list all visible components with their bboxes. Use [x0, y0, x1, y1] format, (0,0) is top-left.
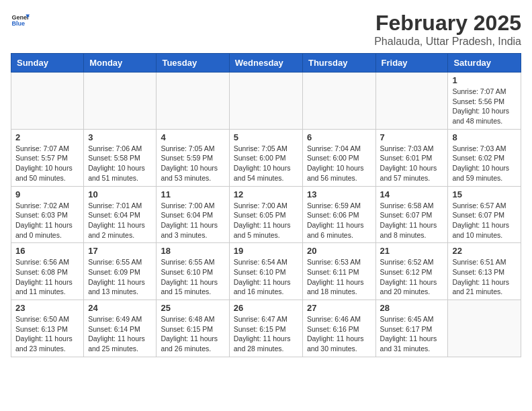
- location-title: Phalauda, Uttar Pradesh, India: [374, 36, 521, 48]
- day-info: Sunrise: 7:05 AMSunset: 6:00 PMDaylight:…: [234, 144, 298, 183]
- day-info: Sunrise: 7:00 AMSunset: 6:05 PMDaylight:…: [234, 201, 298, 240]
- day-number: 1: [452, 75, 517, 85]
- day-number: 14: [380, 189, 444, 199]
- day-number: 5: [234, 132, 298, 142]
- day-info: Sunrise: 7:01 AMSunset: 6:04 PMDaylight:…: [88, 201, 152, 240]
- weekday-header-monday: Monday: [84, 54, 157, 73]
- calendar-cell: [448, 300, 521, 357]
- day-number: 10: [88, 189, 152, 199]
- day-info: Sunrise: 6:59 AMSunset: 6:06 PMDaylight:…: [307, 201, 371, 240]
- month-title: February 2025: [374, 11, 521, 36]
- day-info: Sunrise: 7:03 AMSunset: 6:01 PMDaylight:…: [380, 144, 444, 183]
- day-info: Sunrise: 6:48 AMSunset: 6:15 PMDaylight:…: [161, 314, 224, 354]
- day-info: Sunrise: 6:45 AMSunset: 6:17 PMDaylight:…: [380, 314, 444, 354]
- day-number: 11: [161, 189, 224, 199]
- day-number: 24: [88, 303, 152, 313]
- day-number: 22: [452, 246, 517, 256]
- calendar-cell: [11, 73, 84, 130]
- day-info: Sunrise: 6:46 AMSunset: 6:16 PMDaylight:…: [307, 314, 371, 354]
- calendar-cell: 4Sunrise: 7:05 AMSunset: 5:59 PMDaylight…: [157, 129, 229, 186]
- calendar-cell: [84, 73, 157, 130]
- day-info: Sunrise: 6:53 AMSunset: 6:11 PMDaylight:…: [307, 257, 371, 297]
- calendar-week-1: 1Sunrise: 7:07 AMSunset: 5:56 PMDaylight…: [11, 73, 521, 130]
- day-info: Sunrise: 6:58 AMSunset: 6:07 PMDaylight:…: [380, 201, 444, 240]
- calendar-cell: 26Sunrise: 6:47 AMSunset: 6:15 PMDayligh…: [229, 300, 302, 357]
- calendar-cell: 6Sunrise: 7:04 AMSunset: 6:00 PMDaylight…: [302, 129, 375, 186]
- calendar-cell: 9Sunrise: 7:02 AMSunset: 6:03 PMDaylight…: [11, 186, 84, 243]
- calendar-cell: [375, 73, 448, 130]
- weekday-header-wednesday: Wednesday: [229, 54, 302, 73]
- day-info: Sunrise: 6:57 AMSunset: 6:07 PMDaylight:…: [452, 201, 517, 240]
- calendar-cell: 8Sunrise: 7:03 AMSunset: 6:02 PMDaylight…: [448, 129, 521, 186]
- day-number: 28: [380, 303, 444, 313]
- day-number: 16: [15, 246, 79, 256]
- day-info: Sunrise: 7:05 AMSunset: 5:59 PMDaylight:…: [161, 144, 224, 183]
- day-number: 23: [15, 303, 79, 313]
- day-number: 25: [161, 303, 224, 313]
- calendar-cell: 25Sunrise: 6:48 AMSunset: 6:15 PMDayligh…: [157, 300, 229, 357]
- calendar-week-3: 9Sunrise: 7:02 AMSunset: 6:03 PMDaylight…: [11, 186, 521, 243]
- calendar-week-2: 2Sunrise: 7:07 AMSunset: 5:57 PMDaylight…: [11, 129, 521, 186]
- page-header: General Blue General Blue February 2025 …: [11, 11, 521, 48]
- day-info: Sunrise: 6:54 AMSunset: 6:10 PMDaylight:…: [234, 257, 298, 297]
- day-info: Sunrise: 6:52 AMSunset: 6:12 PMDaylight:…: [380, 257, 444, 297]
- calendar-cell: 18Sunrise: 6:55 AMSunset: 6:10 PMDayligh…: [157, 243, 229, 300]
- day-number: 8: [452, 132, 517, 142]
- calendar-cell: 22Sunrise: 6:51 AMSunset: 6:13 PMDayligh…: [448, 243, 521, 300]
- day-info: Sunrise: 6:49 AMSunset: 6:14 PMDaylight:…: [88, 314, 152, 354]
- calendar-cell: 17Sunrise: 6:55 AMSunset: 6:09 PMDayligh…: [84, 243, 157, 300]
- day-info: Sunrise: 6:55 AMSunset: 6:09 PMDaylight:…: [88, 257, 152, 297]
- day-number: 20: [307, 246, 371, 256]
- calendar-cell: 5Sunrise: 7:05 AMSunset: 6:00 PMDaylight…: [229, 129, 302, 186]
- calendar-table: SundayMondayTuesdayWednesdayThursdayFrid…: [11, 53, 521, 357]
- day-info: Sunrise: 7:03 AMSunset: 6:02 PMDaylight:…: [452, 144, 517, 183]
- calendar-cell: 2Sunrise: 7:07 AMSunset: 5:57 PMDaylight…: [11, 129, 84, 186]
- day-number: 27: [307, 303, 371, 313]
- day-info: Sunrise: 7:02 AMSunset: 6:03 PMDaylight:…: [15, 201, 79, 240]
- day-number: 26: [234, 303, 298, 313]
- day-number: 19: [234, 246, 298, 256]
- day-info: Sunrise: 7:04 AMSunset: 6:00 PMDaylight:…: [307, 144, 371, 183]
- calendar-cell: 14Sunrise: 6:58 AMSunset: 6:07 PMDayligh…: [375, 186, 448, 243]
- weekday-header-sunday: Sunday: [11, 54, 84, 73]
- day-info: Sunrise: 7:07 AMSunset: 5:57 PMDaylight:…: [15, 144, 79, 183]
- calendar-cell: 24Sunrise: 6:49 AMSunset: 6:14 PMDayligh…: [84, 300, 157, 357]
- day-info: Sunrise: 7:06 AMSunset: 5:58 PMDaylight:…: [88, 144, 152, 183]
- calendar-cell: 23Sunrise: 6:50 AMSunset: 6:13 PMDayligh…: [11, 300, 84, 357]
- day-info: Sunrise: 6:47 AMSunset: 6:15 PMDaylight:…: [234, 314, 298, 354]
- svg-text:Blue: Blue: [11, 20, 25, 27]
- calendar-cell: 3Sunrise: 7:06 AMSunset: 5:58 PMDaylight…: [84, 129, 157, 186]
- calendar-cell: 27Sunrise: 6:46 AMSunset: 6:16 PMDayligh…: [302, 300, 375, 357]
- day-number: 7: [380, 132, 444, 142]
- day-number: 18: [161, 246, 224, 256]
- day-number: 17: [88, 246, 152, 256]
- day-number: 13: [307, 189, 371, 199]
- day-info: Sunrise: 6:50 AMSunset: 6:13 PMDaylight:…: [15, 314, 79, 354]
- day-number: 4: [161, 132, 224, 142]
- calendar-cell: 20Sunrise: 6:53 AMSunset: 6:11 PMDayligh…: [302, 243, 375, 300]
- calendar-cell: 15Sunrise: 6:57 AMSunset: 6:07 PMDayligh…: [448, 186, 521, 243]
- calendar-header-row: SundayMondayTuesdayWednesdayThursdayFrid…: [11, 54, 521, 73]
- calendar-cell: [157, 73, 229, 130]
- weekday-header-tuesday: Tuesday: [157, 54, 229, 73]
- day-info: Sunrise: 6:56 AMSunset: 6:08 PMDaylight:…: [15, 257, 79, 297]
- calendar-week-5: 23Sunrise: 6:50 AMSunset: 6:13 PMDayligh…: [11, 300, 521, 357]
- logo-icon: General Blue: [11, 11, 30, 30]
- day-number: 12: [234, 189, 298, 199]
- day-number: 21: [380, 246, 444, 256]
- day-info: Sunrise: 7:07 AMSunset: 5:56 PMDaylight:…: [452, 87, 517, 126]
- day-number: 9: [15, 189, 79, 199]
- weekday-header-thursday: Thursday: [302, 54, 375, 73]
- weekday-header-saturday: Saturday: [448, 54, 521, 73]
- title-block: February 2025 Phalauda, Uttar Pradesh, I…: [374, 11, 521, 48]
- calendar-cell: 7Sunrise: 7:03 AMSunset: 6:01 PMDaylight…: [375, 129, 448, 186]
- calendar-cell: 13Sunrise: 6:59 AMSunset: 6:06 PMDayligh…: [302, 186, 375, 243]
- calendar-cell: [302, 73, 375, 130]
- logo: General Blue General Blue: [11, 11, 30, 30]
- day-info: Sunrise: 6:55 AMSunset: 6:10 PMDaylight:…: [161, 257, 224, 297]
- day-number: 3: [88, 132, 152, 142]
- calendar-cell: 12Sunrise: 7:00 AMSunset: 6:05 PMDayligh…: [229, 186, 302, 243]
- calendar-week-4: 16Sunrise: 6:56 AMSunset: 6:08 PMDayligh…: [11, 243, 521, 300]
- weekday-header-friday: Friday: [375, 54, 448, 73]
- calendar-cell: [229, 73, 302, 130]
